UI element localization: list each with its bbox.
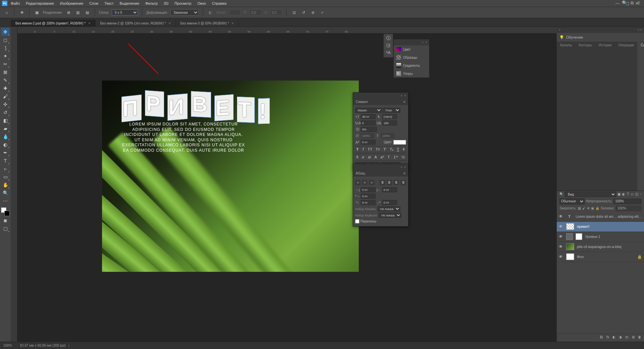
lock-all-icon[interactable]: 🔒 bbox=[595, 206, 599, 210]
split-grid-2-icon[interactable]: ▥ bbox=[75, 9, 81, 16]
filter-smart-icon[interactable]: ◫ bbox=[635, 192, 638, 196]
menu-window[interactable]: Окно bbox=[195, 1, 209, 5]
vscale-input[interactable] bbox=[361, 127, 377, 132]
close-icon[interactable]: × bbox=[232, 21, 234, 25]
indent-right-input[interactable] bbox=[382, 187, 397, 192]
layer-group-icon[interactable]: 🗀 bbox=[625, 335, 629, 339]
recent-icon[interactable]: ⧉ bbox=[631, 0, 634, 6]
lock-transparency-icon[interactable]: ▦ bbox=[578, 206, 581, 210]
close-icon[interactable]: × bbox=[426, 41, 427, 44]
tab-actions[interactable]: Операции bbox=[615, 42, 638, 191]
swatches-panel-btn[interactable]: Образцы bbox=[394, 53, 429, 61]
allcaps-icon[interactable]: TT bbox=[368, 147, 372, 152]
half-icon[interactable]: ½ bbox=[402, 155, 405, 159]
quick-mask-icon[interactable]: ◙ bbox=[1, 217, 9, 224]
screen-mode-icon[interactable]: ▢ bbox=[1, 225, 9, 232]
hscale-input[interactable] bbox=[381, 133, 394, 138]
fill-input[interactable] bbox=[616, 206, 641, 211]
oldstyle-icon[interactable]: σ bbox=[362, 155, 364, 159]
titling-icon[interactable]: A bbox=[375, 155, 377, 159]
stylistic-icon[interactable]: st bbox=[368, 155, 371, 159]
reset-icon[interactable]: ↺ bbox=[300, 9, 307, 16]
doc-info[interactable]: 82,97 мм x 60,96 мм (300 ppi) bbox=[20, 344, 66, 347]
kinsoku-select[interactable]: Не показывать bbox=[378, 206, 400, 211]
clone-tool[interactable]: ✣ bbox=[1, 101, 9, 108]
body-text[interactable]: LOREM IPSUM DOLOR SIT AMET, CONSECTETUR … bbox=[121, 122, 246, 153]
opacity-input[interactable] bbox=[613, 199, 641, 204]
brush-tool[interactable]: 🖌 bbox=[1, 93, 9, 100]
split-grid-1-icon[interactable]: ⊞ bbox=[65, 9, 72, 16]
filter-type-icon[interactable]: T bbox=[627, 192, 629, 196]
close-icon[interactable]: × bbox=[640, 28, 642, 32]
layer-row[interactable]: 👁 pile-of-asparagus-on-a-bbq bbox=[557, 242, 644, 252]
align-left-icon[interactable]: ≡ bbox=[355, 180, 361, 185]
filter-pixel-icon[interactable]: ▣ bbox=[617, 192, 621, 196]
kerning-input[interactable] bbox=[361, 120, 376, 126]
collapse-icon[interactable]: « bbox=[401, 94, 402, 97]
collapse-icon[interactable]: « bbox=[401, 165, 402, 169]
menu-file[interactable]: Файл bbox=[8, 1, 22, 5]
ligatures-icon[interactable]: fi bbox=[356, 155, 358, 159]
space-before-input[interactable] bbox=[361, 200, 376, 205]
canvas-area[interactable]: 0 5 10 15 20 25 30 35 40 45 50 55 60 65 … bbox=[17, 27, 557, 342]
layer-thumbnail[interactable] bbox=[566, 223, 574, 230]
tab-history[interactable]: История bbox=[595, 42, 615, 191]
underline-icon[interactable]: T bbox=[397, 147, 399, 152]
layer-name[interactable]: Фон bbox=[577, 255, 584, 259]
lock-nested-icon[interactable]: ▣ bbox=[591, 206, 594, 210]
superscript-icon[interactable]: Tⁱ bbox=[383, 147, 386, 152]
fractions-icon[interactable]: T bbox=[388, 155, 390, 159]
layer-name[interactable]: Lorem ipsum dolor sit am… adipisicing el… bbox=[576, 215, 642, 218]
layer-row[interactable]: 👁 привет! bbox=[557, 222, 644, 232]
lock-paint-icon[interactable]: 🖌 bbox=[582, 206, 586, 210]
leading-input[interactable] bbox=[382, 114, 397, 119]
close-icon[interactable]: × bbox=[88, 21, 90, 25]
magic-wand-tool[interactable]: ✦ bbox=[1, 52, 9, 60]
filter-toggle-icon[interactable]: ◦ bbox=[640, 192, 641, 196]
grid-select[interactable]: 5 x 5 bbox=[112, 9, 138, 15]
home-icon[interactable]: ⌂ bbox=[3, 9, 10, 16]
1st-icon[interactable]: 1ˢᵗ bbox=[394, 155, 398, 159]
visibility-icon[interactable]: 👁 bbox=[559, 214, 563, 219]
history-brush-tool[interactable]: ↺ bbox=[1, 109, 9, 116]
warp-style-select[interactable]: Заказная bbox=[170, 9, 199, 15]
layer-name[interactable]: pile-of-asparagus-on-a-bbq bbox=[577, 245, 622, 249]
learn-tab[interactable]: 💡Обучение bbox=[557, 33, 644, 42]
filter-shape-icon[interactable]: ▭ bbox=[631, 192, 634, 196]
lasso-tool[interactable]: ⟆ bbox=[1, 44, 9, 52]
justify-right-icon[interactable]: ≣ bbox=[394, 180, 399, 185]
doc-info-chevron-icon[interactable]: › bbox=[68, 344, 69, 347]
close-icon[interactable]: × bbox=[168, 21, 170, 25]
layer-row[interactable]: 👁 Уровни 1 bbox=[557, 232, 644, 242]
link-layers-icon[interactable]: ⛓ bbox=[600, 335, 603, 339]
gradients-panel-btn[interactable]: Градиенты bbox=[394, 61, 429, 69]
adjustment-layer-icon[interactable]: ◑ bbox=[619, 335, 622, 339]
panel-menu-icon[interactable]: ≡ bbox=[403, 100, 405, 104]
color-swatches[interactable] bbox=[1, 207, 10, 216]
doc-tab-2[interactable]: Без имени-2 @ 100% (это неон, RGB/8#) *× bbox=[96, 20, 176, 27]
cancel-icon[interactable]: ⊘ bbox=[309, 9, 316, 16]
split-warp-icon[interactable]: ▦ bbox=[34, 9, 40, 16]
layer-mask-icon[interactable]: ◐ bbox=[612, 335, 615, 339]
visibility-icon[interactable]: 👁 bbox=[559, 234, 563, 239]
h-input[interactable] bbox=[250, 9, 262, 15]
layer-row[interactable]: 👁 T Lorem ipsum dolor sit am… adipisicin… bbox=[557, 212, 644, 222]
eraser-tool[interactable]: ◧ bbox=[1, 117, 9, 124]
healing-tool[interactable]: ✚ bbox=[1, 85, 9, 92]
headline-text[interactable]: П Р И В Е Т ! bbox=[121, 92, 270, 118]
navigator-icon[interactable]: ◲ bbox=[385, 43, 391, 49]
menu-select[interactable]: Выделение bbox=[117, 1, 142, 5]
shape-tool[interactable]: ▭ bbox=[1, 173, 9, 181]
text-color-swatch[interactable] bbox=[393, 140, 406, 145]
layer-thumbnail[interactable] bbox=[566, 243, 574, 250]
font-family-select[interactable]: Maven bbox=[355, 108, 382, 113]
justify-all-icon[interactable]: ≣ bbox=[400, 180, 406, 185]
zoom-level[interactable]: 100% bbox=[3, 344, 12, 347]
collapse-icon[interactable]: » bbox=[422, 41, 424, 44]
layer-fx-icon[interactable]: fx bbox=[606, 335, 609, 339]
justify-center-icon[interactable]: ≣ bbox=[387, 180, 392, 185]
layer-mask-thumbnail[interactable] bbox=[576, 233, 582, 240]
dodge-tool[interactable]: ◐ bbox=[1, 141, 9, 148]
indent-left-input[interactable] bbox=[361, 187, 376, 192]
marquee-tool[interactable]: ◻ bbox=[1, 36, 9, 44]
